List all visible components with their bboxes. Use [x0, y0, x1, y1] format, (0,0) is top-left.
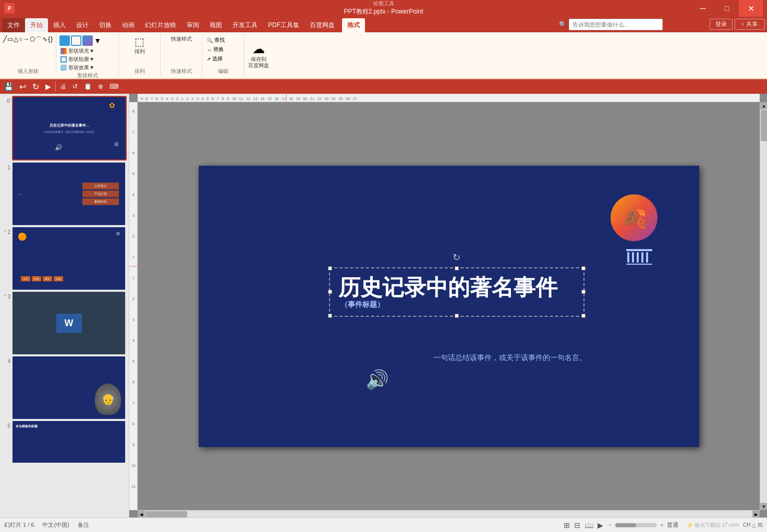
- share-button[interactable]: ♀ 共享·: [735, 19, 765, 30]
- qa-slide2-btn[interactable]: 📋: [82, 82, 94, 91]
- style-sample-2[interactable]: [71, 35, 81, 46]
- slide-0-container[interactable]: ✿ 🔊 历史记录中的著名事件... 一句话总结该事件，或关于该事件的一句名言。 …: [12, 96, 127, 160]
- save-baidu-icon[interactable]: ☁: [252, 42, 265, 56]
- tab-animations[interactable]: 动画: [117, 18, 140, 32]
- slide-sorter-btn[interactable]: ⊟: [574, 521, 580, 529]
- slide-5-container[interactable]: 史论模板的标题: [13, 421, 127, 463]
- tab-design[interactable]: 设计: [71, 18, 94, 32]
- zoom-in-btn[interactable]: ＋: [659, 521, 665, 529]
- slide-thumb-1[interactable]: 1 → 公司简介 产品介绍 案例内容: [2, 163, 127, 225]
- slides-panel[interactable]: 0 ✿ 🔊 历史记录中的著名事件... 一句话总结该事件，或关于该事件的一句名言…: [0, 94, 129, 517]
- minimize-btn[interactable]: ─: [691, 0, 715, 17]
- shape-rect-icon[interactable]: ▭: [7, 35, 13, 44]
- scroll-thumb-h[interactable]: [145, 511, 187, 517]
- qa-undo-btn[interactable]: ↩: [17, 81, 28, 93]
- ppt-slide[interactable]: 🍂 ↻: [199, 166, 699, 447]
- scrollbar-horizontal[interactable]: ◀ ▶: [138, 510, 760, 517]
- tab-baiducloud[interactable]: 百度网盘: [305, 18, 340, 32]
- tab-slideshow[interactable]: 幻灯片放映: [140, 18, 181, 32]
- arrange-btn[interactable]: 排列: [135, 48, 145, 55]
- slide-4-container[interactable]: 👴: [13, 356, 127, 419]
- arrange-icon[interactable]: ⬚: [135, 35, 144, 48]
- handle-ml[interactable]: [328, 290, 332, 294]
- shape-more-icon[interactable]: }: [51, 35, 53, 44]
- scroll-track-v[interactable]: [760, 109, 767, 503]
- slide-thumb-0[interactable]: 0 ✿ 🔊 历史记录中的著名事件... 一句话总结该事件，或关于该事件的一句名言…: [2, 96, 127, 160]
- restore-btn[interactable]: □: [715, 0, 739, 17]
- tab-file[interactable]: 文件: [2, 18, 25, 32]
- qa-redo2-btn[interactable]: ↺: [70, 82, 80, 91]
- scroll-up-btn[interactable]: ▲: [760, 102, 767, 109]
- handle-br[interactable]: [581, 314, 586, 318]
- title-bar: P 绘图工具 PPT教程2.pptx - PowerPoint ─ □ ✕: [0, 0, 767, 17]
- tab-view[interactable]: 视图: [204, 18, 227, 32]
- shape-circle-icon[interactable]: ○: [19, 35, 22, 44]
- slide-thumb-2[interactable]: 2 * 🟠 ⊟ 文字 内容 展示 内容: [2, 227, 127, 290]
- replace-btn[interactable]: ↔替换: [205, 45, 240, 54]
- shape-line-icon[interactable]: ╱: [3, 35, 7, 44]
- shape-effects-btn[interactable]: 形状效果▼: [59, 64, 115, 72]
- qa-slideshow-btn[interactable]: ▶: [43, 81, 53, 92]
- style-sample-3[interactable]: [82, 35, 93, 46]
- handle-tl[interactable]: [328, 266, 332, 270]
- shape-brace-icon[interactable]: {: [48, 35, 50, 44]
- style-more-btn[interactable]: ▼: [94, 35, 102, 46]
- tab-pdftoolbox[interactable]: PDF工具集: [263, 18, 305, 32]
- slide-5-content: 史论模板的标题: [13, 421, 125, 463]
- save-baidu-btn[interactable]: 保存到百度网盘: [248, 56, 269, 69]
- scroll-left-btn[interactable]: ◀: [138, 511, 145, 517]
- slide-thumb-4[interactable]: 4 👴: [2, 356, 127, 419]
- close-btn[interactable]: ✕: [739, 0, 763, 17]
- scroll-down-btn[interactable]: ▼: [760, 503, 767, 510]
- shape-arrow-icon[interactable]: →: [23, 35, 29, 44]
- tab-developer[interactable]: 开发工具: [227, 18, 263, 32]
- shape-wave-icon[interactable]: ∿: [42, 35, 47, 44]
- zoom-slider[interactable]: [615, 523, 657, 527]
- scroll-right-btn[interactable]: ▶: [752, 511, 760, 517]
- menu-item-3: 案例内容: [82, 199, 119, 205]
- login-button[interactable]: 登录: [710, 19, 733, 30]
- qa-print-btn[interactable]: 🖨: [58, 82, 68, 91]
- quick-styles-btn[interactable]: 快速样式: [171, 35, 192, 43]
- svg-text:5: 5: [132, 172, 135, 176]
- slideshow-btn[interactable]: ▶: [598, 521, 603, 529]
- qa-more-btn[interactable]: ⊕: [96, 82, 105, 91]
- slide5-title: 史论模板的标题: [16, 424, 122, 429]
- style-sample-1[interactable]: [59, 35, 70, 46]
- shape-fill-btn[interactable]: 形状填充▼: [59, 47, 115, 55]
- shape-outline-btn[interactable]: 形状轮廓▼: [59, 55, 115, 64]
- title-textbox[interactable]: ↻ 历史记录中的著名事件: [329, 267, 585, 317]
- handle-tr[interactable]: [581, 266, 586, 270]
- style-samples: ▼: [59, 35, 115, 46]
- slide-thumb-5[interactable]: 5 史论模板的标题: [2, 421, 127, 463]
- slide-thumb-3[interactable]: 3 * W: [2, 292, 127, 354]
- tab-home[interactable]: 开始: [25, 18, 48, 32]
- qa-redo-btn[interactable]: ↻: [30, 81, 41, 93]
- scrollbar-vertical[interactable]: ▲ ▼: [760, 102, 767, 510]
- handle-tm[interactable]: [455, 266, 459, 270]
- tab-insert[interactable]: 插入: [48, 18, 71, 32]
- search-input[interactable]: [569, 19, 663, 30]
- tab-review[interactable]: 审阅: [181, 18, 204, 32]
- tab-transitions[interactable]: 切换: [94, 18, 117, 32]
- find-btn[interactable]: 🔍查找: [205, 35, 240, 45]
- scroll-track-h[interactable]: [145, 511, 752, 517]
- shape-triangle-icon[interactable]: △: [14, 35, 18, 44]
- shape-bracket-icon[interactable]: ⌒: [35, 35, 42, 44]
- handle-bm[interactable]: [455, 314, 459, 318]
- handle-bl[interactable]: [328, 314, 332, 318]
- shape-pentagon-icon[interactable]: ⬠: [30, 35, 35, 44]
- normal-view-btn[interactable]: ⊞: [564, 521, 570, 529]
- tab-format[interactable]: 格式: [342, 18, 365, 32]
- rotate-handle-icon[interactable]: ↻: [453, 252, 460, 263]
- reading-view-btn[interactable]: 📖: [585, 521, 593, 529]
- qa-save-btn[interactable]: 💾: [2, 81, 15, 92]
- select-btn[interactable]: ↗选择: [205, 54, 240, 64]
- notes-btn[interactable]: 备注: [78, 521, 89, 529]
- zoom-out-btn[interactable]: －: [607, 521, 613, 529]
- handle-mr[interactable]: [581, 290, 586, 294]
- svg-rect-24: [632, 252, 634, 263]
- qa-extra-btn[interactable]: ⌨: [107, 82, 120, 91]
- slide-1-container[interactable]: → 公司简介 产品介绍 案例内容: [13, 163, 127, 225]
- scroll-thumb-v[interactable]: [761, 110, 767, 141]
